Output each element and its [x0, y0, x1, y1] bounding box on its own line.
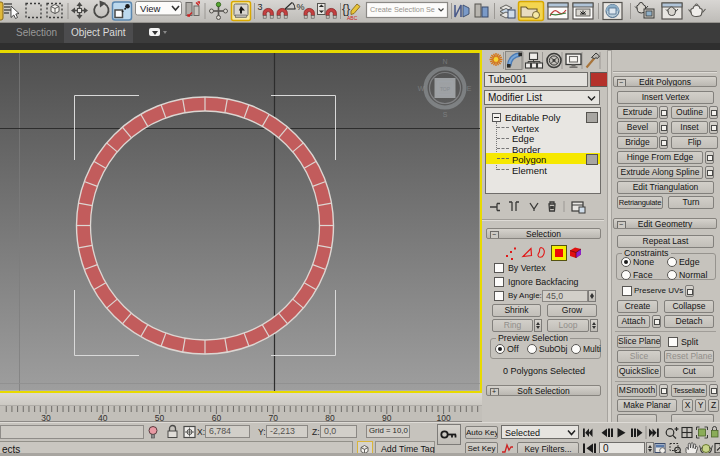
svg-text:Create Selection Se: Create Selection Se: [370, 5, 435, 14]
svg-text:80: 80: [325, 413, 335, 422]
svg-text:TOP: TOP: [440, 86, 451, 92]
svg-text:W: W: [418, 85, 425, 92]
svg-text:30: 30: [41, 413, 51, 422]
svg-text:60: 60: [212, 413, 222, 422]
svg-text:N: N: [442, 58, 447, 65]
svg-text:View: View: [140, 3, 161, 14]
svg-text:100: 100: [437, 413, 451, 422]
svg-text:50: 50: [155, 413, 165, 422]
svg-text:90: 90: [382, 413, 392, 422]
svg-text:ABC: ABC: [347, 15, 358, 21]
svg-text:%: %: [297, 2, 305, 12]
svg-text:3: 3: [258, 2, 263, 12]
svg-text:S: S: [443, 111, 448, 118]
svg-text:E: E: [467, 85, 472, 92]
svg-text:70: 70: [268, 413, 278, 422]
svg-text:40: 40: [98, 413, 108, 422]
